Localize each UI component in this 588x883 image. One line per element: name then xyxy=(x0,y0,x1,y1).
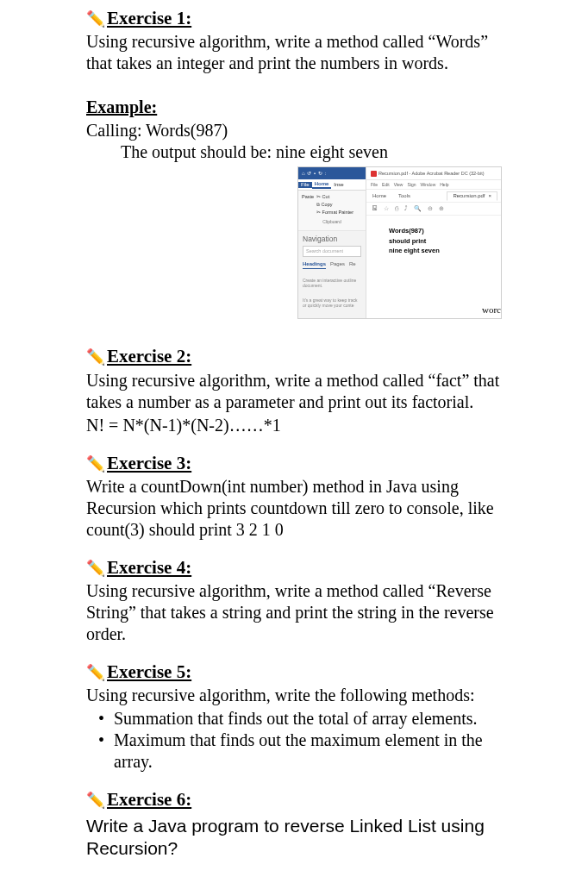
list-item: • Summation that finds out the total of … xyxy=(98,708,502,730)
menu-edit: Edit xyxy=(382,182,390,187)
nav-hint-1: Create an interactive outline document. xyxy=(303,278,361,289)
close-icon: × xyxy=(488,193,491,200)
nav-search-input: Search document xyxy=(303,246,361,257)
exercise-2-heading: ✏️Exercise 2: xyxy=(86,345,502,367)
example-label: Example: xyxy=(86,97,502,118)
exercise-2-title: Exercise 2: xyxy=(107,346,191,366)
acrobat-file-name: Recursion.pdf xyxy=(453,193,485,200)
nav-tab-pages: Pages xyxy=(330,261,345,269)
example-calling: Calling: Words(987) xyxy=(86,120,502,141)
format-painter-item: ✂ Format Painter xyxy=(316,209,353,216)
acrobat-toolbar: 🖫 ☆ ⎙ ⤴ 🔍 ⊖ ⊕ xyxy=(366,203,501,216)
tab-insert: Inse xyxy=(331,182,346,189)
exercise-6-heading: ✏️Exercise 6: xyxy=(86,788,502,811)
acrobat-titlebar: Recursion.pdf - Adobe Acrobat Reader DC … xyxy=(366,167,501,180)
screenshot-frame: ⌂ ↺ • ↻ : File Home Inse Paste ✂ Cut ⧉ C… xyxy=(297,166,502,319)
nav-tab-headings: Headings xyxy=(303,261,326,269)
acrobat-tab-tools: Tools xyxy=(392,193,416,200)
nav-tabs: Headings Pages Re xyxy=(303,261,361,269)
pencil-icon: ✏️ xyxy=(86,663,105,683)
doc-line-2: should print xyxy=(389,236,494,246)
zoom-in-icon: ⊕ xyxy=(439,205,444,213)
exercise-2-formula: N! = N*(N-1)*(N-2)……*1 xyxy=(86,415,502,436)
exercise-2-body: Using recursive algorithm, write a metho… xyxy=(86,370,502,413)
acrobat-menubar: File Edit View Sign Window Help xyxy=(366,180,501,190)
word-titlebar: ⌂ ↺ • ↻ : xyxy=(298,167,366,179)
exercise-6-body: Write a Java program to reverse Linked L… xyxy=(86,815,502,861)
cut-item: ✂ Cut xyxy=(316,193,353,201)
copy-item: ⧉ Copy xyxy=(316,201,353,209)
menu-file: File xyxy=(371,182,378,187)
acrobat-tab-home: Home xyxy=(366,193,392,200)
pencil-icon: ✏️ xyxy=(86,9,105,29)
search-icon: 🔍 xyxy=(414,205,422,213)
acrobat-file-tab: Recursion.pdf × xyxy=(447,191,497,202)
paste-button: Paste xyxy=(302,193,314,216)
cutoff-word: worc xyxy=(482,303,501,317)
exercise-5-bullets: • Summation that finds out the total of … xyxy=(98,708,502,773)
nav-tab-results: Re xyxy=(349,261,356,269)
exercise-3-heading: ✏️Exercise 3: xyxy=(86,452,502,474)
menu-sign: Sign xyxy=(407,182,416,187)
exercise-5-title: Exercise 5: xyxy=(107,661,191,682)
nav-hint-2: It's a great way to keep track or quickl… xyxy=(303,297,361,309)
menu-help: Help xyxy=(440,182,448,187)
navigation-pane: Navigation Search document Headings Page… xyxy=(298,231,366,312)
exercise-3-body: Write a countDown(int number) method in … xyxy=(86,476,502,541)
exercise-1-heading: ✏️Exercise 1: xyxy=(86,7,502,29)
tab-file: File xyxy=(298,182,312,189)
exercise-4-title: Exercise 4: xyxy=(107,557,191,578)
pencil-icon: ✏️ xyxy=(86,791,105,811)
acrobat-window: Recursion.pdf - Adobe Acrobat Reader DC … xyxy=(366,167,501,318)
up-icon: ⤴ xyxy=(404,205,408,213)
acrobat-tabs: Home Tools Recursion.pdf × xyxy=(366,190,501,203)
exercise-3-title: Exercise 3: xyxy=(107,453,191,473)
exercise-1-title: Exercise 1: xyxy=(107,8,191,28)
doc-line-3: nine eight seven xyxy=(389,246,494,255)
navigation-title: Navigation xyxy=(303,235,361,244)
exercise-1-body: Using recursive algorithm, write a metho… xyxy=(86,31,502,74)
acrobat-title-text: Recursion.pdf - Adobe Acrobat Reader DC … xyxy=(378,171,485,177)
embedded-screenshot: ⌂ ↺ • ↻ : File Home Inse Paste ✂ Cut ⧉ C… xyxy=(86,166,502,319)
bullet-icon: • xyxy=(98,730,114,773)
exercise-6-title: Exercise 6: xyxy=(107,789,191,810)
clipboard-group: Paste ✂ Cut ⧉ Copy ✂ Format Painter Clip… xyxy=(298,191,366,230)
exercise-4-body: Using recursive algorithm, write a metho… xyxy=(86,580,502,645)
pencil-icon: ✏️ xyxy=(86,559,105,579)
star-icon: ☆ xyxy=(384,205,389,213)
word-ribbon-tabs: File Home Inse xyxy=(298,179,366,191)
print-icon: ⎙ xyxy=(395,205,398,213)
clipboard-label: Clipboard xyxy=(302,218,362,225)
example-output: The output should be: nine eight seven xyxy=(121,141,502,163)
pencil-icon: ✏️ xyxy=(86,454,105,474)
doc-line-1: Words(987) xyxy=(389,226,494,235)
exercise-5-body: Using recursive algorithm, write the fol… xyxy=(86,685,502,706)
menu-view: View xyxy=(394,182,403,187)
tab-home: Home xyxy=(312,181,332,190)
bullet-icon: • xyxy=(98,708,114,730)
save-icon: 🖫 xyxy=(372,205,378,213)
list-item: • Maximum that finds out the maximum ele… xyxy=(98,730,502,773)
pencil-icon: ✏️ xyxy=(86,348,105,367)
zoom-out-icon: ⊖ xyxy=(428,205,433,213)
word-window: ⌂ ↺ • ↻ : File Home Inse Paste ✂ Cut ⧉ C… xyxy=(298,167,366,318)
bullet-2-text: Maximum that finds out the maximum eleme… xyxy=(114,730,502,773)
exercise-5-heading: ✏️Exercise 5: xyxy=(86,661,502,683)
exercise-4-heading: ✏️Exercise 4: xyxy=(86,556,502,579)
acrobat-document: Words(987) should print nine eight seven… xyxy=(366,216,501,318)
bullet-1-text: Summation that finds out the total of ar… xyxy=(114,708,502,730)
pdf-icon xyxy=(371,171,377,177)
quick-access-icons: ⌂ ↺ • ↻ : xyxy=(302,171,327,178)
menu-window: Window xyxy=(420,182,435,187)
